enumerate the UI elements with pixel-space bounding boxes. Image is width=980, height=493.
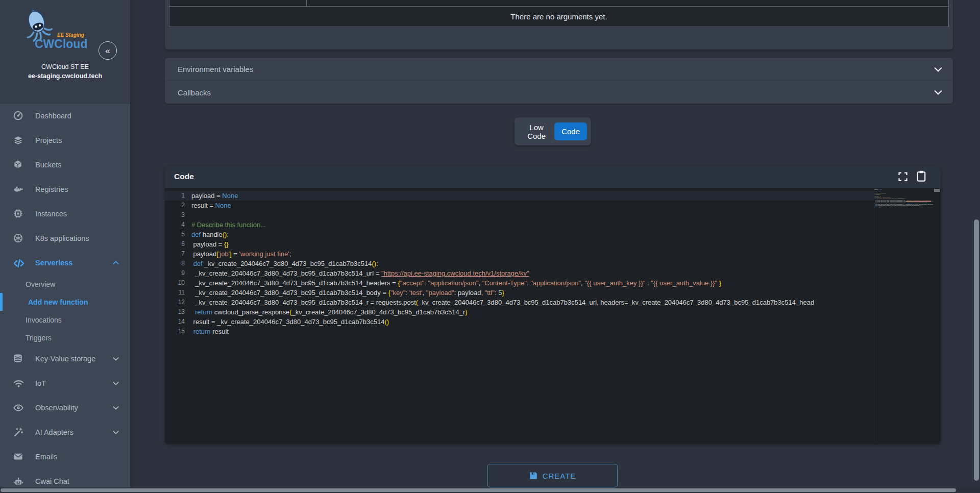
sidebar-subitem-label: Overview — [26, 280, 55, 288]
line-number: 15 — [165, 327, 191, 336]
code-line-content: payload['job'] = 'working just fine'; — [191, 249, 291, 259]
editor-scrollbar-thumb[interactable] — [934, 189, 940, 192]
horizontal-scrollbar-thumb[interactable] — [1, 488, 956, 492]
sidebar-item-emails[interactable]: Emails — [0, 445, 130, 469]
sidebar-item-registries[interactable]: Registries — [0, 177, 130, 202]
sidebar-nav: DashboardProjectsBucketsRegistriesInstan… — [0, 103, 130, 493]
arguments-empty-row: There are no arguments yet. — [169, 7, 948, 27]
code-line-content: result = None — [191, 201, 231, 210]
sidebar-item-k8s-applications[interactable]: K8s applications — [0, 226, 130, 251]
save-icon — [529, 472, 537, 480]
code-editor[interactable]: 1payload = None2result = None3 4# Descri… — [165, 188, 941, 444]
registries-icon — [13, 184, 23, 194]
chevron-down-icon — [112, 355, 119, 362]
sidebar-subitem-label: Add new function — [28, 298, 88, 306]
sidebar-item-label: K8s applications — [35, 234, 89, 242]
low-code-tab[interactable]: Low Code — [519, 118, 554, 145]
line-number: 2 — [165, 201, 191, 210]
code-line: 3 — [165, 210, 874, 220]
cwcloud-logo: EE Staging CWCloud — [20, 5, 97, 56]
code-line: 13 return cwcloud_parse_response(_kv_cre… — [165, 307, 874, 317]
sidebar-subitem-triggers[interactable]: Triggers — [0, 329, 130, 347]
code-panel: Code 1payload = None2result = None3 4# D… — [165, 166, 941, 444]
code-line: 11 _kv_create_204046c7_3d80_4d73_bc95_d1… — [165, 288, 874, 298]
accordion-environment-variables[interactable]: Environment variables — [165, 58, 953, 81]
chevron-down-icon — [112, 380, 119, 387]
k8s-icon — [13, 233, 23, 243]
sidebar-item-dashboard[interactable]: Dashboard — [0, 104, 130, 128]
sidebar-item-instances[interactable]: Instances — [0, 202, 130, 226]
code-line: 15 return result — [165, 327, 874, 336]
minimap[interactable]: payload = Noneresult = None# Describe th… — [874, 189, 933, 442]
envelope-icon — [13, 452, 23, 462]
sidebar-subitem-invocations[interactable]: Invocations — [0, 311, 130, 329]
line-number: 12 — [165, 298, 191, 307]
code-line-content: def _kv_create_204046c7_3d80_4d73_bc95_d… — [191, 259, 378, 268]
code-line: 9 _kv_create_204046c7_3d80_4d73_bc95_d1c… — [165, 268, 874, 278]
chevron-up-icon — [112, 259, 119, 266]
arguments-card: There are no arguments yet. — [165, 0, 953, 50]
sidebar-item-label: AI Adapters — [35, 428, 74, 436]
buckets-icon — [13, 160, 23, 170]
sidebar-subitem-add-new-function[interactable]: Add new function — [0, 293, 130, 311]
sidebar-item-buckets[interactable]: Buckets — [0, 153, 130, 177]
code-line-content: result = _kv_create_204046c7_3d80_4d73_b… — [191, 317, 389, 327]
code-line-content: def handle(): — [191, 230, 229, 239]
sidebar-collapse-button[interactable]: « — [99, 41, 117, 60]
fullscreen-icon[interactable] — [898, 171, 908, 182]
sidebar-item-label: IoT — [35, 379, 46, 387]
code-line: 10 _kv_create_204046c7_3d80_4d73_bc95_d1… — [165, 278, 874, 288]
sidebar-item-projects[interactable]: Projects — [0, 128, 130, 153]
code-line-content: payload = None — [191, 191, 238, 201]
code-line: 8 def _kv_create_204046c7_3d80_4d73_bc95… — [165, 259, 874, 268]
horizontal-scrollbar[interactable] — [0, 487, 980, 493]
line-number: 14 — [165, 317, 191, 327]
code-tab[interactable]: Code — [554, 122, 587, 140]
wifi-icon — [13, 378, 23, 388]
sidebar-item-label: Instances — [35, 210, 67, 218]
line-number: 10 — [165, 278, 191, 288]
code-line-content: # Describe this function... — [191, 220, 266, 230]
code-line: 7 payload['job'] = 'working just fine'; — [165, 249, 874, 259]
minimap-line: return result — [874, 207, 933, 209]
create-button[interactable]: CREATE — [487, 464, 618, 487]
chevron-down-icon — [112, 429, 119, 436]
sidebar-item-label: Serverless — [35, 259, 72, 267]
accordion-callbacks[interactable]: Callbacks — [165, 81, 953, 104]
code-line-content: _kv_create_204046c7_3d80_4d73_bc95_d1cab… — [191, 298, 814, 307]
sidebar-item-iot[interactable]: IoT — [0, 371, 130, 396]
sidebar-item-serverless[interactable]: Serverless — [0, 251, 130, 275]
chevron-down-icon — [934, 88, 943, 97]
wand-icon — [13, 427, 23, 437]
code-line: 2result = None — [165, 201, 874, 210]
arguments-table: There are no arguments yet. — [169, 0, 949, 27]
vertical-scrollbar-thumb[interactable] — [974, 219, 979, 481]
code-line-content: return cwcloud_parse_response(_kv_create… — [191, 307, 468, 317]
workspace-title: CWCloud ST EE — [0, 63, 130, 70]
chevron-down-icon — [934, 65, 943, 74]
code-line: 6 payload = {} — [165, 239, 874, 249]
sidebar-item-key-value-storage[interactable]: Key-Value storage — [0, 347, 130, 371]
sidebar-item-ai-adapters[interactable]: AI Adapters — [0, 420, 130, 445]
robot-icon — [13, 476, 23, 486]
line-number: 11 — [165, 288, 191, 298]
sidebar-item-label: Registries — [35, 185, 68, 193]
sidebar-item-label: Observability — [35, 404, 78, 412]
code-line-content: _kv_create_204046c7_3d80_4d73_bc95_d1cab… — [191, 288, 504, 298]
sidebar-subitem-overview[interactable]: Overview — [0, 275, 130, 293]
code-line-content: _kv_create_204046c7_3d80_4d73_bc95_d1cab… — [191, 268, 529, 278]
editor-scrollbar[interactable] — [934, 188, 940, 444]
sidebar-item-observability[interactable]: Observability — [0, 396, 130, 420]
eye-icon — [13, 403, 23, 413]
arguments-table-header-row — [169, 0, 948, 7]
clipboard-icon[interactable] — [915, 170, 927, 182]
line-number: 6 — [165, 239, 191, 249]
code-line: 12 _kv_create_204046c7_3d80_4d73_bc95_d1… — [165, 298, 874, 307]
arguments-table-column-divider — [306, 0, 307, 7]
code-line-content — [191, 210, 193, 220]
sidebar-item-label: Dashboard — [35, 112, 71, 120]
sidebar-item-label: Emails — [35, 453, 58, 461]
accordion-label: Environment variables — [178, 65, 253, 73]
accordion-group: Environment variables Callbacks — [165, 58, 953, 104]
code-line: 14 result = _kv_create_204046c7_3d80_4d7… — [165, 317, 874, 327]
